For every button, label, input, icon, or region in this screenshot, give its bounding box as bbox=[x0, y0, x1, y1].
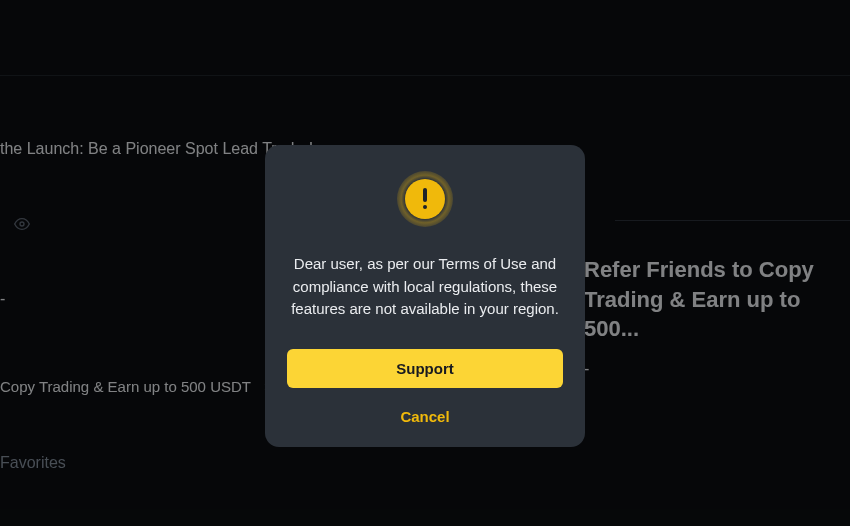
region-restriction-modal: Dear user, as per our Terms of Use and c… bbox=[265, 145, 585, 447]
cancel-button[interactable]: Cancel bbox=[400, 404, 449, 427]
warning-icon bbox=[397, 171, 453, 227]
support-button[interactable]: Support bbox=[287, 349, 563, 388]
modal-message: Dear user, as per our Terms of Use and c… bbox=[287, 253, 563, 321]
